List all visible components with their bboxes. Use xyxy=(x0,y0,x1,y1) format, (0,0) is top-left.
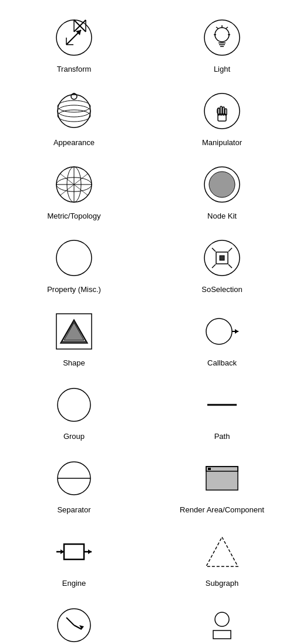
svg-rect-62 xyxy=(64,544,84,559)
shape-icon xyxy=(51,308,97,355)
separator-label: Separator xyxy=(57,505,90,514)
subgraph-label: Subgraph xyxy=(206,579,238,588)
transform-icon xyxy=(51,14,97,61)
property-misc-label: Property (Misc.) xyxy=(47,285,101,294)
svg-marker-67 xyxy=(206,537,238,566)
svg-line-47 xyxy=(228,264,232,268)
cell-light[interactable]: Light xyxy=(148,6,296,79)
light-label: Light xyxy=(214,65,230,73)
engine-label: Engine xyxy=(62,579,86,588)
render-area-label: Render Area/Component xyxy=(180,505,264,514)
appearance-label: Appearance xyxy=(53,138,95,147)
manipulator-icon xyxy=(199,88,245,135)
svg-point-22 xyxy=(58,110,90,122)
cell-field[interactable]: Field xyxy=(148,593,296,644)
cell-subgraph[interactable]: Subgraph xyxy=(148,520,296,593)
path-label: Path xyxy=(214,432,230,441)
cell-manipulator[interactable]: Manipulator xyxy=(148,79,296,153)
svg-point-10 xyxy=(215,28,229,42)
svg-line-44 xyxy=(212,248,216,251)
cell-appearance[interactable]: Appearance xyxy=(0,79,148,153)
svg-line-69 xyxy=(66,618,74,625)
cell-engine[interactable]: Engine xyxy=(0,520,148,593)
node-kit-label: Node Kit xyxy=(207,212,237,220)
soselection-icon xyxy=(199,234,245,281)
svg-rect-43 xyxy=(220,256,224,260)
cell-metric-topology[interactable]: Metric/Topology xyxy=(0,153,148,226)
manipulator-label: Manipulator xyxy=(202,138,242,147)
cell-shape[interactable]: Shape xyxy=(0,300,148,373)
path-icon xyxy=(199,381,245,428)
group-label: Group xyxy=(63,432,85,441)
cell-soselection[interactable]: SoSelection xyxy=(148,226,296,300)
svg-point-39 xyxy=(209,172,235,197)
field-icon xyxy=(199,602,245,644)
svg-point-55 xyxy=(58,388,90,421)
light-icon xyxy=(199,14,245,61)
cell-separator[interactable]: Separator xyxy=(0,447,148,520)
svg-line-15 xyxy=(216,27,218,29)
icon-grid: Transform Light xyxy=(0,0,296,644)
cell-switch[interactable]: Switch xyxy=(0,593,148,644)
cell-node-kit[interactable]: Node Kit xyxy=(148,153,296,226)
callback-label: Callback xyxy=(207,358,237,367)
cell-group[interactable]: Group xyxy=(0,373,148,447)
svg-rect-59 xyxy=(206,467,238,490)
node-kit-icon xyxy=(199,161,245,208)
cell-transform[interactable]: Transform xyxy=(0,6,148,79)
svg-line-46 xyxy=(212,264,216,268)
switch-icon xyxy=(51,602,97,644)
svg-point-20 xyxy=(58,100,90,112)
cell-property-misc[interactable]: Property (Misc.) xyxy=(0,226,148,300)
svg-marker-66 xyxy=(88,549,92,554)
transform-label: Transform xyxy=(57,65,92,73)
svg-point-40 xyxy=(56,240,92,276)
cell-callback[interactable]: Callback xyxy=(148,300,296,373)
cell-render-area[interactable]: Render Area/Component xyxy=(148,447,296,520)
metric-topology-icon xyxy=(51,161,97,208)
callback-icon xyxy=(199,308,245,355)
svg-rect-61 xyxy=(208,468,211,470)
svg-point-72 xyxy=(215,612,229,626)
cell-path[interactable]: Path xyxy=(148,373,296,447)
shape-label: Shape xyxy=(63,358,85,367)
property-misc-icon xyxy=(51,234,97,281)
group-icon xyxy=(51,381,97,428)
render-area-icon xyxy=(199,455,245,502)
svg-line-45 xyxy=(228,248,232,251)
svg-rect-73 xyxy=(213,630,231,639)
metric-topology-label: Metric/Topology xyxy=(47,212,100,220)
soselection-label: SoSelection xyxy=(201,285,242,294)
svg-point-52 xyxy=(206,318,232,344)
appearance-icon xyxy=(51,88,97,135)
svg-point-21 xyxy=(58,105,90,117)
separator-icon xyxy=(51,455,97,502)
svg-line-16 xyxy=(226,27,228,29)
subgraph-icon xyxy=(199,528,245,575)
svg-marker-54 xyxy=(235,329,238,334)
engine-icon xyxy=(51,528,97,575)
